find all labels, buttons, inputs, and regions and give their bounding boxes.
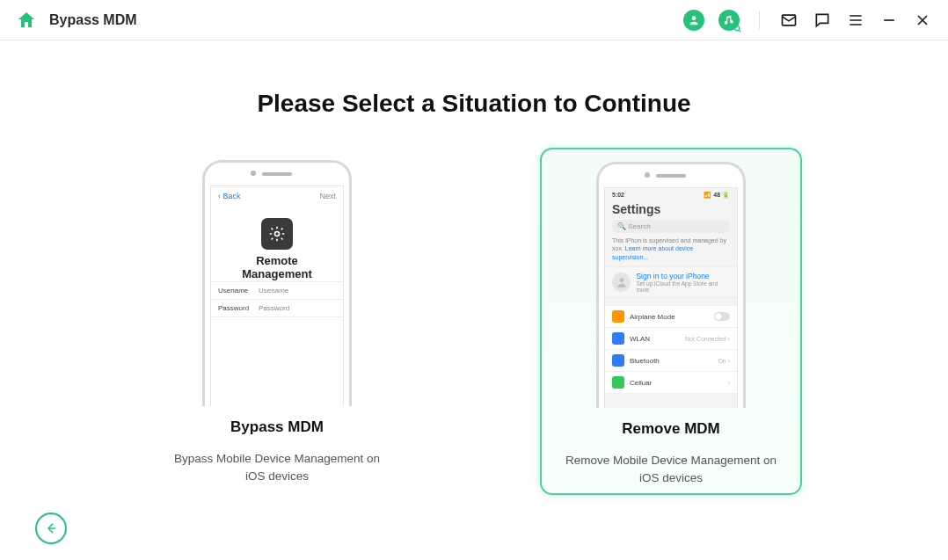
- phone-preview-bypass: ‹ Back Next Remote Management Usename Us…: [202, 160, 352, 406]
- svg-point-1: [735, 25, 740, 30]
- phone-back-label: ‹ Back: [218, 192, 241, 200]
- music-transfer-icon[interactable]: [718, 10, 740, 31]
- app-title: Bypass MDM: [49, 12, 137, 28]
- phone-statusbar: 5:02 📶 48 🔋: [605, 188, 737, 200]
- svg-point-3: [275, 232, 280, 236]
- phone-row-wlan: WLAN Not Connected ›: [605, 328, 737, 350]
- phone-next-label: Next: [319, 192, 336, 200]
- titlebar-actions: [683, 10, 932, 31]
- back-button[interactable]: [35, 513, 67, 544]
- phone-username-field: Usename Usename: [211, 281, 343, 299]
- phone-settings-title: Settings: [605, 200, 737, 220]
- window-titlebar: Bypass MDM: [0, 0, 948, 40]
- phone-row-cellular: Celluar ›: [605, 372, 737, 394]
- card-title: Bypass MDM: [230, 418, 324, 436]
- page-title: Please Select a Situation to Continue: [0, 90, 948, 118]
- toggle-icon: [714, 312, 730, 321]
- card-desc: Remove Mobile Device Management on iOS d…: [542, 452, 800, 488]
- close-button[interactable]: [913, 11, 932, 30]
- phone-preview-remove: 5:02 📶 48 🔋 Settings 🔍 Search This iPhon…: [596, 162, 746, 408]
- phone-search: 🔍 Search: [612, 220, 730, 233]
- home-icon[interactable]: [16, 10, 37, 31]
- gear-icon: [261, 218, 293, 250]
- card-remove-mdm[interactable]: 5:02 📶 48 🔋 Settings 🔍 Search This iPhon…: [540, 148, 802, 495]
- svg-point-0: [692, 16, 696, 20]
- phone-signin-block: Sign in to your iPhone Set up iCloud the…: [605, 266, 737, 298]
- separator: [759, 11, 760, 29]
- phone-row-airplane: Airplane Mode: [605, 305, 737, 328]
- phone-supervised-text: This iPhon is supervised and managed by …: [605, 236, 737, 266]
- phone-password-field: Password Password: [211, 299, 343, 317]
- account-icon[interactable]: [683, 10, 704, 31]
- phone-row-bluetooth: Bluetooth On ›: [605, 350, 737, 372]
- card-title: Remove MDM: [622, 420, 719, 438]
- card-bypass-mdm[interactable]: ‹ Back Next Remote Management Usename Us…: [146, 148, 408, 495]
- arrow-left-icon: [43, 520, 59, 536]
- feedback-icon[interactable]: [813, 11, 832, 30]
- phone-heading: Remote Management: [211, 255, 343, 281]
- avatar-icon: [612, 273, 631, 292]
- mail-icon[interactable]: [779, 11, 799, 30]
- minimize-button[interactable]: [879, 11, 899, 30]
- svg-point-4: [619, 279, 623, 283]
- menu-icon[interactable]: [846, 11, 865, 30]
- card-desc: Bypass Mobile Device Management on iOS d…: [146, 450, 408, 486]
- option-cards: ‹ Back Next Remote Management Usename Us…: [0, 148, 948, 495]
